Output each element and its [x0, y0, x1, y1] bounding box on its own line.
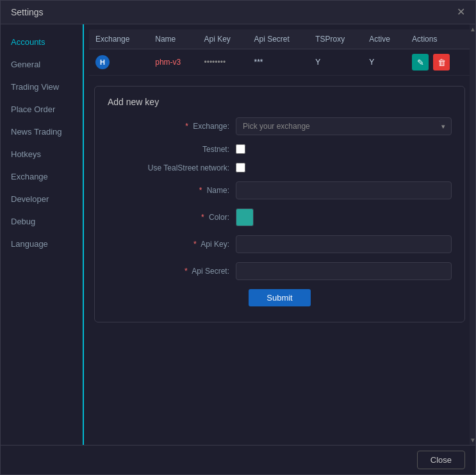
api-secret-input[interactable]: [236, 262, 452, 280]
cell-active: Y: [363, 49, 406, 76]
testnet-row: Testnet:: [108, 144, 452, 154]
col-api-secret: Api Secret: [247, 29, 309, 49]
dialog-header: Settings ✕: [1, 1, 475, 24]
close-button[interactable]: Close: [417, 451, 465, 469]
scroll-down-icon[interactable]: ▼: [470, 435, 475, 445]
col-name: Name: [149, 29, 197, 49]
sidebar-item-hotkeys[interactable]: Hotkeys: [1, 143, 83, 165]
sidebar-item-news-trading[interactable]: News Trading: [1, 121, 83, 143]
api-secret-row: * Api Secret:: [108, 262, 452, 280]
testnet-label: Testnet:: [108, 145, 236, 154]
required-star-color: *: [201, 213, 204, 222]
main-wrapper: Exchange Name Api Key Api Secret TSProxy…: [84, 24, 475, 445]
color-row: * Color:: [108, 208, 452, 226]
dialog-title: Settings: [11, 7, 44, 17]
col-active: Active: [363, 29, 406, 49]
name-label: * Name:: [108, 186, 236, 195]
color-label: * Color:: [108, 213, 236, 222]
name-row: * Name:: [108, 181, 452, 199]
col-exchange: Exchange: [89, 29, 149, 49]
exchange-label: * Exchange:: [108, 122, 236, 131]
account-name: phm-v3: [155, 58, 181, 67]
trash-icon: 🗑: [438, 58, 446, 67]
col-actions: Actions: [406, 29, 470, 49]
edit-icon: ✎: [417, 58, 424, 67]
table-area: Exchange Name Api Key Api Secret TSProxy…: [84, 24, 475, 78]
sidebar-item-developer[interactable]: Developer: [1, 188, 83, 210]
sidebar-item-exchange[interactable]: Exchange: [1, 165, 83, 188]
add-key-title: Add new key: [108, 97, 452, 107]
table-row: H phm-v3 •••••••• *** Y Y: [89, 49, 470, 76]
api-secret-label: * Api Secret:: [108, 267, 236, 276]
tealstreet-label: Use TealStreet network:: [108, 163, 236, 172]
exchange-logo: H: [95, 55, 110, 69]
cell-api-secret: ***: [247, 49, 309, 76]
required-star-name: *: [199, 186, 202, 195]
sidebar-item-general[interactable]: General: [1, 53, 83, 76]
accounts-table: Exchange Name Api Key Api Secret TSProxy…: [89, 29, 470, 76]
cell-tsproxy: Y: [309, 49, 363, 76]
close-x-button[interactable]: ✕: [457, 7, 465, 17]
cell-name: phm-v3: [149, 49, 197, 76]
tealstreet-row: Use TealStreet network:: [108, 163, 452, 172]
settings-dialog: Settings ✕ Accounts General Trading View…: [0, 0, 476, 475]
color-picker[interactable]: [236, 208, 254, 226]
submit-button[interactable]: Submit: [249, 289, 310, 306]
col-tsproxy: TSProxy: [309, 29, 363, 49]
sidebar-item-accounts[interactable]: Accounts: [1, 31, 83, 53]
api-key-row: * Api Key:: [108, 235, 452, 253]
edit-button[interactable]: ✎: [412, 54, 429, 71]
dialog-body: Accounts General Trading View Place Orde…: [1, 24, 475, 445]
required-star-api-key: *: [193, 240, 197, 249]
cell-exchange-icon: H: [89, 49, 149, 76]
submit-row: Submit: [108, 289, 452, 312]
exchange-select-wrapper: Pick your exchange ▾: [236, 117, 452, 135]
dialog-footer: Close: [1, 445, 475, 474]
exchange-row: * Exchange: Pick your exchange ▾: [108, 117, 452, 135]
name-input[interactable]: [236, 181, 452, 199]
content-scroll: Exchange Name Api Key Api Secret TSProxy…: [84, 24, 475, 445]
col-api-key: Api Key: [198, 29, 248, 49]
sidebar: Accounts General Trading View Place Orde…: [1, 24, 84, 445]
right-scrollbar: ▲ ▼: [470, 24, 475, 445]
sidebar-item-trading-view[interactable]: Trading View: [1, 76, 83, 98]
sidebar-item-debug[interactable]: Debug: [1, 210, 83, 233]
tealstreet-checkbox[interactable]: [236, 163, 245, 172]
scroll-up-icon[interactable]: ▲: [470, 24, 475, 34]
exchange-select[interactable]: Pick your exchange: [236, 117, 452, 135]
delete-button[interactable]: 🗑: [433, 54, 450, 71]
sidebar-item-place-order[interactable]: Place Order: [1, 98, 83, 121]
sidebar-item-language[interactable]: Language: [1, 233, 83, 255]
required-star-api-secret: *: [185, 267, 188, 276]
cell-api-key: ••••••••: [198, 49, 248, 76]
api-key-value: ••••••••: [204, 58, 226, 67]
api-key-input[interactable]: [236, 235, 452, 253]
testnet-checkbox[interactable]: [236, 144, 245, 154]
cell-actions: ✎ 🗑: [406, 49, 470, 76]
required-star-exchange: *: [185, 122, 188, 131]
add-key-section: Add new key * Exchange: Pick your exchan…: [84, 78, 475, 445]
add-key-box: Add new key * Exchange: Pick your exchan…: [94, 86, 465, 322]
api-key-label: * Api Key:: [108, 240, 236, 249]
